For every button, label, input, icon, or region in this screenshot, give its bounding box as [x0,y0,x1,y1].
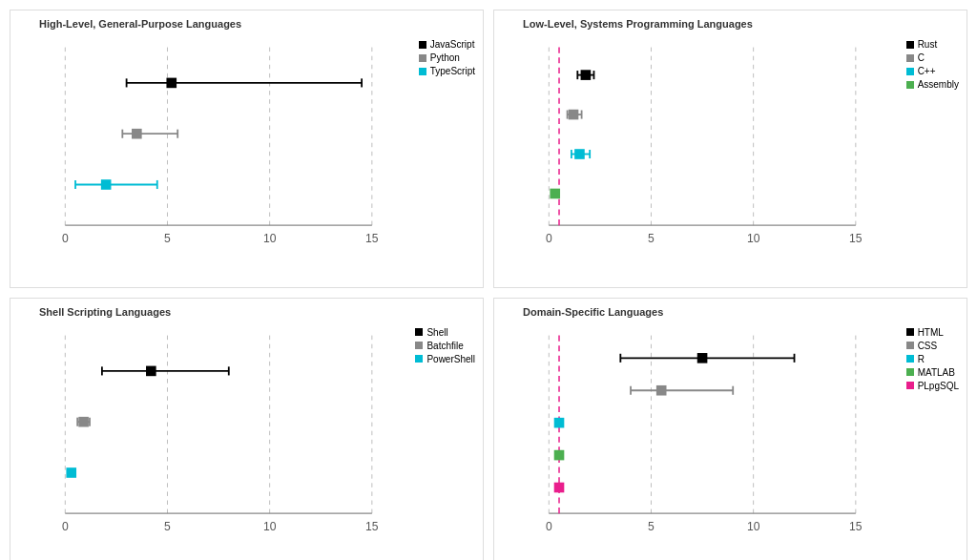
chart-title-domain: Domain-Specific Languages [523,306,663,318]
svg-rect-61 [78,416,89,426]
svg-rect-83 [554,417,565,427]
legend-label: CSS [918,341,938,351]
legend-label: Rust [918,39,938,50]
legend-color [906,342,914,349]
legend-item: PowerShell [415,354,475,364]
legend-label: PowerShell [426,354,475,364]
chart-svg-domain: 051015 [523,327,957,547]
legend-item: R [906,354,959,364]
svg-rect-12 [166,78,177,89]
legend-low-level: RustCC++Assembly [906,39,959,93]
legend-label: C++ [918,66,936,76]
legend-item: TypeScript [419,66,475,76]
legend-color [419,54,426,62]
svg-rect-63 [66,467,76,478]
legend-label: MATLAB [918,367,955,378]
svg-rect-81 [656,384,667,395]
svg-text:10: 10 [747,232,760,245]
svg-rect-42 [574,149,585,159]
svg-text:0: 0 [546,520,552,533]
legend-item: Python [419,52,475,63]
legend-color [906,355,914,363]
legend-color [906,328,914,336]
legend-label: PLpgSQL [918,381,959,391]
svg-rect-20 [101,179,112,190]
legend-label: Assembly [918,79,959,90]
legend-high-level: JavaScriptPythonTypeScript [419,39,475,79]
legend-color [419,41,426,49]
legend-label: R [918,354,925,364]
legend-item: C++ [906,66,959,76]
svg-text:5: 5 [164,232,171,245]
svg-text:0: 0 [62,520,69,533]
legend-color [906,81,914,89]
legend-label: Shell [426,327,447,338]
legend-label: Python [430,52,460,63]
svg-rect-44 [550,189,560,199]
legend-color [906,54,914,62]
legend-label: TypeScript [430,66,475,76]
svg-text:10: 10 [263,520,277,533]
legend-item: Shell [415,327,475,338]
legend-item: Assembly [906,79,959,90]
svg-text:5: 5 [648,232,655,245]
svg-rect-77 [697,353,708,363]
chart-title-high-level: High-Level, General-Purpose Languages [39,18,241,30]
svg-rect-57 [146,365,156,376]
legend-color [415,355,423,363]
legend-label: JavaScript [430,39,475,50]
svg-rect-85 [554,449,565,460]
legend-color [415,342,423,349]
legend-item: PLpgSQL [906,381,959,391]
legend-label: C [918,52,925,63]
chart-panel-shell: Shell Scripting Languages051015ShellBatc… [10,298,484,561]
svg-rect-38 [569,110,579,120]
svg-text:5: 5 [164,520,171,533]
legend-item: C [906,52,959,63]
svg-rect-16 [132,129,142,139]
svg-text:15: 15 [849,520,863,533]
legend-item: Rust [906,39,959,50]
legend-label: HTML [918,327,944,338]
legend-color [415,328,423,336]
legend-color [906,41,914,49]
svg-text:15: 15 [365,520,379,533]
chart-title-shell: Shell Scripting Languages [39,306,171,318]
chart-panel-low-level: Low-Level, Systems Programming Languages… [493,10,967,288]
legend-item: HTML [906,327,959,338]
legend-label: Batchfile [426,341,463,351]
chart-panel-high-level: High-Level, General-Purpose Languages051… [10,10,484,288]
legend-item: JavaScript [419,39,475,50]
charts-grid: High-Level, General-Purpose Languages051… [0,0,977,560]
svg-rect-87 [554,482,565,492]
chart-panel-domain: Domain-Specific Languages051015HTMLCSSRM… [493,298,967,561]
svg-text:10: 10 [263,232,277,245]
svg-text:15: 15 [849,232,863,245]
legend-item: MATLAB [906,367,959,378]
legend-domain: HTMLCSSRMATLABPLpgSQL [906,327,959,394]
legend-color [419,68,426,75]
svg-text:15: 15 [365,232,379,245]
svg-text:10: 10 [747,520,760,533]
svg-text:5: 5 [648,520,655,533]
legend-shell: ShellBatchfilePowerShell [415,327,475,367]
svg-text:0: 0 [546,232,552,245]
chart-svg-shell: 051015 [39,327,473,547]
svg-rect-34 [581,70,592,80]
legend-color [906,368,914,376]
legend-color [906,382,914,389]
svg-text:0: 0 [62,232,69,245]
chart-svg-high-level: 051015 [39,39,473,259]
legend-color [906,68,914,75]
legend-item: CSS [906,341,959,351]
chart-svg-low-level: 051015 [523,39,957,259]
chart-title-low-level: Low-Level, Systems Programming Languages [523,18,753,30]
legend-item: Batchfile [415,341,475,351]
